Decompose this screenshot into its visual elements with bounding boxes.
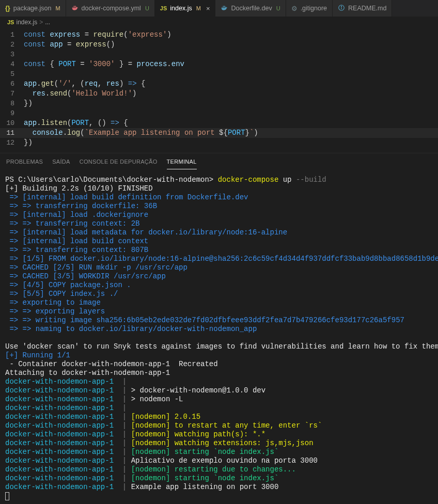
code-content[interactable] (24, 50, 28, 59)
chevron-right-icon: > (39, 19, 43, 26)
terminal-line: => CACHED [2/5] RUN mkdir -p /usr/src/ap… (5, 263, 433, 272)
line-number: 2 (0, 40, 24, 50)
code-content[interactable]: }) (24, 99, 33, 108)
terminal-line: - Container docker-with-nodemon-app-1 Re… (5, 360, 433, 369)
braces-icon: {} (5, 5, 10, 12)
code-content[interactable]: const { PORT = '3000' } = process.env (24, 59, 184, 69)
line-number: 4 (0, 59, 24, 69)
line-number: 12 (0, 138, 24, 148)
terminal-log-line: docker-with-nodemon-app-1 | [nodemon] st… (5, 448, 433, 456)
terminal-log-line: docker-with-nodemon-app-1 | > nodemon -L (5, 395, 433, 404)
code-line[interactable]: 8}) (0, 99, 438, 108)
code-line[interactable]: 12}) (0, 138, 438, 148)
code-content[interactable]: app.listen(PORT, () => { (24, 118, 128, 128)
terminal-line: => => naming to docker.io/library/docker… (5, 325, 433, 334)
breadcrumb-rest: ... (45, 19, 50, 26)
line-number: 1 (0, 30, 24, 40)
tab-status: M (55, 5, 60, 11)
code-content[interactable] (24, 108, 28, 118)
terminal-line: => => writing image sha256:6b05eb2ede032… (5, 316, 433, 325)
code-line[interactable]: 10app.listen(PORT, () => { (0, 118, 438, 128)
terminal-line (5, 334, 433, 342)
terminal-line: Attaching to docker-with-nodemon-app-1 (5, 369, 433, 377)
terminal-log-line: docker-with-nodemon-app-1 | (5, 377, 433, 386)
code-content[interactable]: console.log(`Example app listening on po… (24, 128, 258, 138)
code-line[interactable]: 9 (0, 108, 438, 118)
tab-status: M (196, 5, 201, 11)
tab-docker-compose-yml[interactable]: docker-compose.ymlU (66, 0, 155, 17)
code-content[interactable]: const express = require('express') (24, 30, 171, 40)
gear-icon: ⚙ (291, 5, 298, 12)
code-content[interactable]: }) (24, 138, 33, 148)
tab--gitignore[interactable]: ⚙.gitignore (286, 0, 333, 17)
panel-tab-terminal[interactable]: TERMINAL (167, 156, 197, 169)
code-editor[interactable]: 1const express = require('express')2cons… (0, 28, 438, 153)
terminal-line: Use 'docker scan' to run Snyk tests agai… (5, 342, 433, 351)
line-number: 11 (0, 128, 24, 138)
terminal-log-line: docker-with-nodemon-app-1 | Example app … (5, 483, 433, 492)
terminal-log-line: docker-with-nodemon-app-1 | [nodemon] st… (5, 474, 433, 483)
info-icon (338, 4, 345, 13)
terminal-line: => exporting to image (5, 298, 433, 307)
js-icon: JS (7, 19, 14, 25)
terminal-line: => [internal] load build definition from… (5, 193, 433, 202)
editor-tabs: {}package.jsonMdocker-compose.ymlUJSinde… (0, 0, 438, 17)
panel-tab-console-de-depura-o[interactable]: CONSOLE DE DEPURAÇÃO (80, 156, 158, 169)
terminal-log-line: docker-with-nodemon-app-1 | Aplicativo d… (5, 456, 433, 465)
line-number: 8 (0, 99, 24, 108)
code-line[interactable]: 7 res.send('Hello World!') (0, 89, 438, 99)
tab-label: Dockerfile.dev (231, 5, 272, 12)
terminal-line: [+] Running 1/1 (5, 351, 433, 360)
tab-index-js[interactable]: JSindex.jsM× (155, 0, 216, 17)
terminal-line: => [4/5] COPY package.json . (5, 281, 433, 290)
code-line[interactable]: 5 (0, 69, 438, 79)
terminal-line: => CACHED [3/5] WORKDIR /usr/src/app (5, 272, 433, 281)
code-line[interactable]: 4const { PORT = '3000' } = process.env (0, 59, 438, 69)
code-line[interactable]: 1const express = require('express') (0, 30, 438, 40)
code-line[interactable]: 3 (0, 50, 438, 59)
tab-dockerfile-dev[interactable]: Dockerfile.devU (215, 0, 286, 17)
line-number: 5 (0, 69, 24, 79)
tab-readme-md[interactable]: README.md (333, 0, 392, 17)
line-number: 10 (0, 118, 24, 128)
panel-tab-sa-da[interactable]: SAÍDA (52, 156, 70, 169)
terminal-line: => [5/5] COPY index.js ./ (5, 290, 433, 298)
terminal-line: => => transferring dockerfile: 36B (5, 202, 433, 211)
js-icon: JS (160, 5, 167, 11)
line-number: 3 (0, 50, 24, 59)
panel-tabs: PROBLEMASSAÍDACONSOLE DE DEPURAÇÃOTERMIN… (0, 153, 438, 169)
terminal-cursor (5, 492, 433, 500)
tab-label: .gitignore (301, 5, 327, 12)
terminal[interactable]: PS C:\Users\carlo\Documents\docker-with-… (0, 169, 438, 504)
terminal-line: => => exporting layers (5, 307, 433, 316)
terminal-log-line: docker-with-nodemon-app-1 | [nodemon] re… (5, 465, 433, 474)
line-number: 7 (0, 89, 24, 99)
panel-tab-problemas[interactable]: PROBLEMAS (6, 156, 43, 169)
terminal-log-line: docker-with-nodemon-app-1 | > docker-wit… (5, 386, 433, 395)
breadcrumb-file: index.js (16, 19, 37, 26)
code-line[interactable]: 6app.get('/', (req, res) => { (0, 79, 438, 89)
svg-point-2 (341, 6, 341, 6)
code-content[interactable]: app.get('/', (req, res) => { (24, 79, 145, 89)
breadcrumb[interactable]: JS index.js > ... (0, 17, 438, 28)
terminal-line: => => transferring context: 2B (5, 219, 433, 228)
tab-label: README.md (348, 5, 386, 12)
terminal-line: => [internal] load build context (5, 237, 433, 246)
terminal-log-line: docker-with-nodemon-app-1 | [nodemon] to… (5, 421, 433, 430)
tab-status: U (145, 5, 149, 11)
close-icon[interactable]: × (206, 5, 210, 12)
terminal-log-line: docker-with-nodemon-app-1 | [nodemon] wa… (5, 439, 433, 448)
tab-label: index.js (170, 5, 192, 12)
code-content[interactable]: const app = express() (24, 40, 115, 50)
line-number: 6 (0, 79, 24, 89)
terminal-log-line: docker-with-nodemon-app-1 | [nodemon] wa… (5, 430, 433, 439)
terminal-line: => => transferring context: 807B (5, 246, 433, 255)
code-line[interactable]: 2const app = express() (0, 40, 438, 50)
tab-label: package.json (13, 5, 52, 12)
tab-label: docker-compose.yml (82, 5, 141, 12)
terminal-log-line: docker-with-nodemon-app-1 | [nodemon] 2.… (5, 413, 433, 421)
code-content[interactable]: res.send('Hello World!') (24, 89, 136, 99)
tab-package-json[interactable]: {}package.jsonM (0, 0, 66, 17)
code-content[interactable] (24, 69, 28, 79)
code-line[interactable]: 11 console.log(`Example app listening on… (0, 128, 438, 138)
